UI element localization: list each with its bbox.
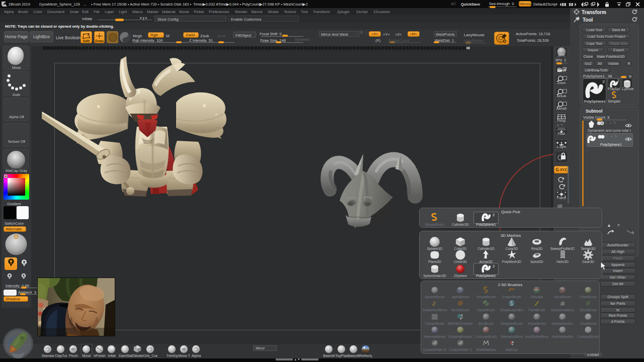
svg-text:D: D [503,39,507,44]
